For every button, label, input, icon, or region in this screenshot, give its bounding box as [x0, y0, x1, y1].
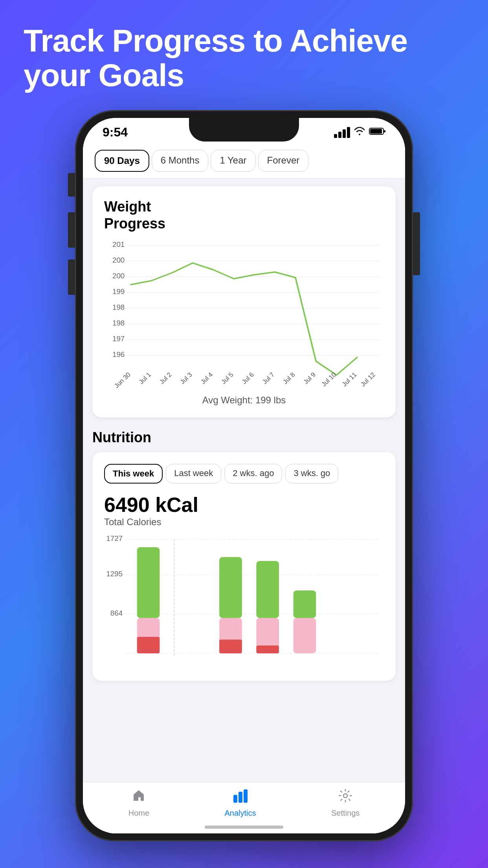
- analytics-icon: [233, 789, 248, 806]
- nutrition-card: This week Last week 2 wks. ago 3 wks. go…: [92, 452, 396, 681]
- weight-chart-title: WeightProgress: [104, 198, 384, 232]
- volume-up-button: [68, 212, 75, 248]
- tab-this-week[interactable]: This week: [104, 464, 163, 484]
- week-tabs: This week Last week 2 wks. ago 3 wks. go: [104, 464, 384, 484]
- svg-text:Jun 30: Jun 30: [113, 371, 132, 389]
- svg-text:864: 864: [110, 609, 123, 618]
- svg-rect-53: [244, 789, 248, 803]
- nutrition-chart-svg: 1727 1295 864: [104, 535, 384, 669]
- notch: [189, 118, 299, 142]
- svg-text:196: 196: [112, 351, 125, 359]
- tab-2-wks-ago[interactable]: 2 wks. ago: [224, 464, 282, 484]
- nav-settings[interactable]: Settings: [331, 789, 360, 818]
- power-button: [413, 212, 420, 275]
- svg-text:Jul 10: Jul 10: [320, 371, 338, 388]
- tab-90-days[interactable]: 90 Days: [95, 150, 149, 172]
- svg-text:Jul 12: Jul 12: [359, 371, 377, 388]
- tab-forever[interactable]: Forever: [258, 150, 309, 172]
- signal-icon: [334, 127, 350, 138]
- svg-rect-52: [238, 792, 242, 803]
- svg-text:Jul 3: Jul 3: [178, 371, 193, 385]
- tab-3-wks-go[interactable]: 3 wks. go: [285, 464, 338, 484]
- weight-chart-svg: 201 200 200 199 198 198 197 196: [104, 241, 384, 391]
- svg-text:Jul 5: Jul 5: [220, 371, 235, 385]
- avg-weight-label: Avg Weight: 199 lbs: [104, 395, 384, 406]
- svg-rect-39: [137, 547, 160, 618]
- svg-text:199: 199: [112, 288, 125, 296]
- nutrition-section-title: Nutrition: [92, 429, 396, 446]
- svg-text:198: 198: [112, 303, 125, 312]
- tab-last-week[interactable]: Last week: [166, 464, 221, 484]
- calories-value: 6490 kCal: [104, 493, 384, 517]
- nav-analytics[interactable]: Analytics: [225, 789, 256, 818]
- tab-6-months[interactable]: 6 Months: [152, 150, 209, 172]
- weight-chart-area: 201 200 200 199 198 198 197 196: [104, 241, 384, 391]
- weight-card: WeightProgress: [92, 186, 396, 417]
- nav-analytics-label: Analytics: [225, 809, 256, 818]
- svg-rect-45: [256, 561, 279, 618]
- volume-down-button: [68, 259, 75, 295]
- phone-container: 9:54: [75, 110, 413, 841]
- svg-text:200: 200: [112, 272, 125, 280]
- phone-frame: 9:54: [75, 110, 413, 841]
- svg-text:Jul 8: Jul 8: [281, 371, 296, 385]
- svg-text:Jul 6: Jul 6: [240, 371, 255, 385]
- home-indicator: [205, 826, 283, 829]
- tab-1-year[interactable]: 1 Year: [211, 150, 255, 172]
- svg-text:198: 198: [112, 319, 125, 327]
- period-tabs: 90 Days 6 Months 1 Year Forever: [83, 143, 405, 178]
- nav-home-label: Home: [128, 809, 149, 818]
- nav-settings-label: Settings: [331, 809, 360, 818]
- svg-text:Jul 7: Jul 7: [261, 371, 276, 385]
- svg-rect-41: [137, 637, 160, 653]
- status-icons: [334, 127, 385, 138]
- screen-content: 90 Days 6 Months 1 Year Forever WeightPr…: [83, 143, 405, 833]
- svg-text:Jul 1: Jul 1: [138, 371, 152, 385]
- svg-text:1727: 1727: [106, 535, 123, 542]
- silent-button: [68, 173, 75, 197]
- svg-text:197: 197: [112, 335, 125, 343]
- svg-text:201: 201: [112, 241, 125, 248]
- svg-rect-47: [256, 645, 279, 653]
- hero-title: Track Progress to Achieve your Goals: [24, 24, 464, 93]
- svg-rect-48: [294, 590, 316, 618]
- phone-screen: 9:54: [83, 118, 405, 833]
- settings-icon: [338, 789, 352, 806]
- calories-label: Total Calories: [104, 517, 384, 528]
- svg-rect-44: [219, 640, 242, 653]
- status-time: 9:54: [103, 125, 128, 140]
- svg-text:Jul 11: Jul 11: [340, 371, 358, 388]
- svg-rect-49: [294, 618, 316, 653]
- svg-text:Jul 4: Jul 4: [199, 371, 214, 385]
- wifi-icon: [354, 127, 365, 138]
- svg-rect-2: [370, 129, 382, 134]
- svg-text:Jul 9: Jul 9: [302, 371, 317, 385]
- svg-text:200: 200: [112, 256, 125, 265]
- scroll-area[interactable]: WeightProgress: [83, 178, 405, 833]
- svg-rect-42: [219, 557, 242, 618]
- nav-home[interactable]: Home: [128, 789, 149, 818]
- home-icon: [132, 789, 146, 806]
- svg-point-54: [343, 794, 347, 798]
- nutrition-bar-chart: 1727 1295 864: [104, 535, 384, 669]
- svg-rect-1: [384, 130, 385, 132]
- svg-rect-51: [233, 795, 237, 803]
- svg-text:1295: 1295: [106, 570, 123, 578]
- svg-text:Jul 2: Jul 2: [158, 371, 173, 385]
- battery-icon: [369, 127, 385, 138]
